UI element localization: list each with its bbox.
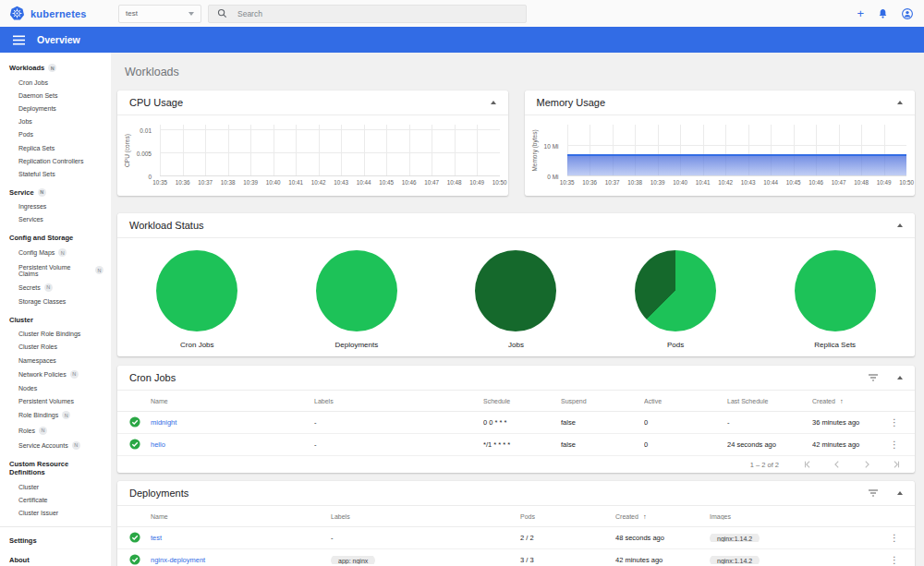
- sidebar-item-certificate[interactable]: Certificate: [0, 494, 111, 507]
- create-resource-button[interactable]: +: [857, 9, 864, 18]
- sidebar-item-role-bindings[interactable]: Role BindingsN: [0, 408, 111, 423]
- sidebar-item-persistent-volume-claims[interactable]: Persistent Volume ClaimsN: [0, 260, 111, 280]
- sidebar-item-config-maps[interactable]: Config MapsN: [0, 246, 111, 260]
- pie-chart-cron-jobs[interactable]: [156, 250, 237, 331]
- column-header-name[interactable]: Name: [151, 513, 331, 520]
- pie-chart-replica-sets[interactable]: [795, 250, 876, 331]
- row-actions-menu-icon[interactable]: ⋮: [890, 534, 899, 543]
- namespaced-badge: N: [38, 188, 46, 197]
- gridline: [250, 125, 274, 175]
- sidebar-item-cluster-role-bindings[interactable]: Cluster Role Bindings: [0, 328, 111, 341]
- sidebar-item-roles[interactable]: RolesN: [0, 423, 111, 438]
- collapse-card-icon[interactable]: [897, 491, 903, 495]
- column-header-active[interactable]: Active: [644, 398, 727, 404]
- sidebar-item-settings[interactable]: Settings: [0, 531, 111, 550]
- filter-list-icon[interactable]: [868, 373, 879, 382]
- memory-plot-area: [567, 125, 907, 176]
- sidebar-item-cluster-roles[interactable]: Cluster Roles: [0, 341, 111, 354]
- column-header-created[interactable]: Created↑: [812, 397, 890, 405]
- sidebar-item-label: Persistent Volumes: [18, 398, 74, 404]
- sidebar-section-service[interactable]: ServiceN: [0, 183, 111, 200]
- sidebar-item-daemon-sets[interactable]: Daemon Sets: [0, 89, 111, 102]
- sidebar-section-workloads[interactable]: WorkloadsN: [0, 58, 111, 76]
- chevron-down-icon: [188, 12, 194, 16]
- column-header-labels[interactable]: Labels: [331, 513, 520, 520]
- namespaced-badge: N: [58, 248, 67, 257]
- namespaced-badge: N: [44, 283, 53, 292]
- filter-list-icon[interactable]: [868, 488, 879, 498]
- sidebar-item-service-accounts[interactable]: Service AccountsN: [0, 438, 111, 452]
- sidebar-item-stateful-sets[interactable]: Stateful Sets: [0, 167, 111, 180]
- sidebar-item-label: Services: [18, 216, 43, 223]
- column-header-name[interactable]: Name: [151, 398, 314, 404]
- collapse-card-icon[interactable]: [897, 223, 903, 227]
- next-page-icon[interactable]: [862, 460, 871, 469]
- sidebar-item-network-policies[interactable]: Network PoliciesN: [0, 367, 111, 381]
- column-header-schedule[interactable]: Schedule: [483, 398, 561, 404]
- sidebar-section-cluster[interactable]: Cluster: [0, 310, 111, 328]
- active-value: 0: [644, 440, 727, 449]
- search-icon: [217, 8, 227, 18]
- collapse-card-icon[interactable]: [491, 101, 496, 104]
- pie-chart-pods[interactable]: [635, 250, 716, 331]
- collapse-card-icon[interactable]: [897, 101, 903, 104]
- notifications-bell-icon[interactable]: [878, 8, 888, 19]
- deployment-link[interactable]: nginx-deployment: [151, 556, 205, 564]
- workload-pie-deployments: Deployments: [277, 250, 437, 349]
- hamburger-menu-icon[interactable]: [13, 35, 25, 45]
- sidebar-section-custom-resource-definitions[interactable]: Custom Resource Definitions: [0, 454, 111, 480]
- topbar-actions: +: [857, 8, 913, 19]
- sidebar-item-jobs[interactable]: Jobs: [0, 115, 111, 128]
- pie-label: Replica Sets: [814, 341, 856, 349]
- search-input[interactable]: [237, 9, 517, 18]
- column-header-created[interactable]: Created↑: [615, 512, 710, 521]
- deployment-link[interactable]: test: [151, 534, 162, 542]
- sidebar-item-namespaces[interactable]: Namespaces: [0, 354, 111, 367]
- sidebar-item-secrets[interactable]: SecretsN: [0, 280, 111, 295]
- sidebar-item-ingresses[interactable]: Ingresses: [0, 200, 111, 213]
- gridline: [183, 125, 206, 175]
- sidebar-item-storage-classes[interactable]: Storage Classes: [0, 295, 111, 307]
- kubernetes-home-link[interactable]: kubernetes: [9, 6, 109, 21]
- cronjob-link[interactable]: midnight: [151, 418, 176, 427]
- created-value: 48 seconds ago: [615, 534, 664, 542]
- sidebar-item-cluster-issuer[interactable]: Cluster Issuer: [0, 507, 111, 520]
- sidebar-item-services[interactable]: Services: [0, 213, 111, 226]
- sidebar-item-deployments[interactable]: Deployments: [0, 102, 111, 114]
- column-header-images[interactable]: Images: [710, 513, 890, 520]
- column-header-last-schedule[interactable]: Last Schedule: [727, 398, 812, 404]
- namespace-selector[interactable]: test: [118, 5, 201, 23]
- collapse-card-icon[interactable]: [897, 376, 903, 379]
- first-page-icon[interactable]: [803, 460, 812, 469]
- sidebar-nav: WorkloadsNCron JobsDaemon SetsDeployment…: [0, 53, 111, 566]
- column-header-suspend[interactable]: Suspend: [561, 398, 644, 404]
- row-actions-menu-icon[interactable]: ⋮: [890, 418, 899, 428]
- pie-chart-jobs[interactable]: [475, 250, 556, 331]
- column-header-labels[interactable]: Labels: [314, 398, 483, 404]
- previous-page-icon[interactable]: [833, 460, 842, 469]
- gridline: [205, 125, 228, 175]
- sidebar-item-about[interactable]: About: [0, 550, 111, 566]
- sidebar-item-nodes[interactable]: Nodes: [0, 381, 111, 394]
- cpu-usage-chart: CPU (cores) 00.0050.01 10:3510:3610:3710…: [117, 115, 508, 186]
- sidebar-item-persistent-volumes[interactable]: Persistent Volumes: [0, 395, 111, 408]
- sidebar-item-cron-jobs[interactable]: Cron Jobs: [0, 76, 111, 89]
- sidebar-item-pods[interactable]: Pods: [0, 128, 111, 141]
- sidebar-item-label: Deployments: [18, 105, 56, 112]
- sidebar-item-replication-controllers[interactable]: Replication Controllers: [0, 154, 111, 167]
- sidebar-item-cluster[interactable]: Cluster: [0, 480, 111, 493]
- user-account-icon[interactable]: [902, 8, 913, 19]
- sidebar-divider: [0, 526, 111, 527]
- sidebar-item-replica-sets[interactable]: Replica Sets: [0, 141, 111, 154]
- main-content: Workloads CPU Usage CPU (cores) 00.0050.…: [111, 53, 924, 566]
- sidebar-section-config-and-storage[interactable]: Config and Storage: [0, 228, 111, 246]
- row-actions-menu-icon[interactable]: ⋮: [890, 440, 899, 450]
- row-actions-menu-icon[interactable]: ⋮: [890, 556, 899, 565]
- cronjob-link[interactable]: hello: [151, 440, 165, 449]
- workload-status-pies: Cron JobsDeploymentsJobsPodsReplica Sets: [117, 238, 915, 356]
- search-bar[interactable]: [208, 5, 527, 23]
- column-header-pods[interactable]: Pods: [520, 513, 615, 520]
- pie-chart-deployments[interactable]: [316, 250, 397, 331]
- last-page-icon[interactable]: [892, 460, 901, 469]
- sidebar-item-label: Cluster: [18, 484, 39, 490]
